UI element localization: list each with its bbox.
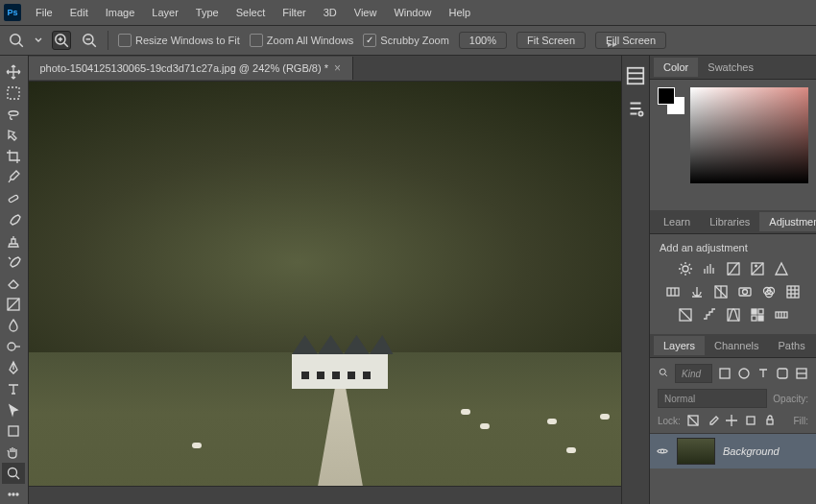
gradient-map-icon[interactable] bbox=[774, 307, 789, 323]
menu-window[interactable]: Window bbox=[385, 3, 440, 22]
crop-tool-icon[interactable] bbox=[2, 146, 25, 167]
menu-file[interactable]: File bbox=[27, 3, 61, 22]
exposure-icon[interactable] bbox=[750, 261, 765, 276]
levels-icon[interactable] bbox=[702, 261, 717, 276]
more-tools-icon[interactable] bbox=[2, 484, 25, 504]
lock-transparent-icon[interactable] bbox=[686, 414, 700, 427]
pen-tool-icon[interactable] bbox=[2, 357, 25, 378]
filter-pixel-icon[interactable] bbox=[718, 367, 732, 380]
dodge-tool-icon[interactable] bbox=[2, 336, 25, 357]
color-spectrum[interactable] bbox=[690, 87, 808, 183]
menu-type[interactable]: Type bbox=[187, 3, 228, 22]
filter-shape-icon[interactable] bbox=[776, 367, 789, 380]
lock-all-icon[interactable] bbox=[763, 414, 777, 427]
color-balance-icon[interactable] bbox=[689, 284, 705, 300]
menu-edit[interactable]: Edit bbox=[61, 3, 97, 22]
invert-icon[interactable] bbox=[678, 307, 693, 323]
svg-rect-37 bbox=[787, 286, 799, 298]
zoom-tool-icon[interactable] bbox=[2, 463, 25, 484]
selective-color-icon[interactable] bbox=[750, 307, 765, 323]
layer-filter-kind[interactable]: Kind bbox=[675, 364, 712, 383]
rectangle-tool-icon[interactable] bbox=[2, 420, 25, 442]
menu-3d[interactable]: 3D bbox=[315, 3, 346, 22]
zoom-100-button[interactable]: 100% bbox=[459, 32, 507, 49]
menu-help[interactable]: Help bbox=[441, 3, 480, 22]
quick-select-tool-icon[interactable] bbox=[2, 125, 25, 146]
menu-image[interactable]: Image bbox=[97, 3, 144, 22]
chevron-down-icon[interactable] bbox=[35, 36, 42, 44]
layers-panel: Kind Normal Opacity: Lock: bbox=[650, 358, 816, 468]
visibility-icon[interactable] bbox=[656, 444, 669, 458]
properties-panel-icon[interactable] bbox=[625, 98, 646, 119]
channel-mixer-icon[interactable] bbox=[761, 284, 777, 300]
tab-swatches[interactable]: Swatches bbox=[698, 58, 763, 77]
tab-learn[interactable]: Learn bbox=[654, 212, 700, 231]
filter-type-icon[interactable] bbox=[756, 367, 770, 380]
gradient-tool-icon[interactable] bbox=[2, 294, 25, 315]
path-select-tool-icon[interactable] bbox=[2, 399, 25, 420]
threshold-icon[interactable] bbox=[726, 307, 741, 323]
history-panel-icon[interactable] bbox=[625, 65, 646, 86]
tab-color[interactable]: Color bbox=[654, 58, 698, 77]
menu-filter[interactable]: Filter bbox=[274, 3, 314, 22]
eyedropper-tool-icon[interactable] bbox=[2, 167, 25, 188]
lasso-tool-icon[interactable] bbox=[2, 104, 25, 125]
foreground-color-icon[interactable] bbox=[658, 87, 675, 105]
blend-mode-select[interactable]: Normal bbox=[658, 389, 767, 408]
filter-smart-icon[interactable] bbox=[795, 367, 808, 380]
scrubby-zoom-checkbox[interactable]: Scrubby Zoom bbox=[363, 34, 449, 47]
zoom-all-checkbox[interactable]: Zoom All Windows bbox=[250, 34, 353, 47]
foreground-background-swatch[interactable] bbox=[658, 87, 684, 114]
document-area: ▸▸ photo-1504125130065-19cd3d71c27a.jpg … bbox=[29, 56, 621, 504]
search-kind-icon[interactable] bbox=[658, 367, 669, 380]
lock-artboard-icon[interactable] bbox=[744, 414, 757, 427]
canvas[interactable] bbox=[29, 82, 621, 486]
tab-channels[interactable]: Channels bbox=[705, 336, 768, 355]
brightness-icon[interactable] bbox=[678, 261, 693, 276]
filter-adjust-icon[interactable] bbox=[737, 367, 751, 380]
hue-icon[interactable] bbox=[665, 284, 681, 300]
bw-icon[interactable] bbox=[713, 284, 729, 300]
fit-screen-button[interactable]: Fit Screen bbox=[516, 32, 586, 49]
tab-paths[interactable]: Paths bbox=[769, 336, 815, 355]
document-tab[interactable]: photo-1504125130065-19cd3d71c27a.jpg @ 2… bbox=[29, 57, 353, 80]
history-brush-tool-icon[interactable] bbox=[2, 252, 25, 273]
photo-content bbox=[29, 82, 621, 486]
resize-windows-checkbox[interactable]: Resize Windows to Fit bbox=[118, 34, 240, 47]
blur-tool-icon[interactable] bbox=[2, 315, 25, 336]
clone-stamp-tool-icon[interactable] bbox=[2, 230, 25, 252]
lock-position-icon[interactable] bbox=[725, 414, 738, 427]
layer-thumbnail[interactable] bbox=[677, 438, 715, 465]
marquee-tool-icon[interactable] bbox=[2, 83, 25, 104]
close-icon[interactable]: × bbox=[334, 61, 341, 75]
photo-filter-icon[interactable] bbox=[737, 284, 753, 300]
color-lookup-icon[interactable] bbox=[785, 284, 801, 300]
zoom-in-icon[interactable] bbox=[52, 31, 71, 50]
type-tool-icon[interactable] bbox=[2, 378, 25, 399]
svg-point-20 bbox=[16, 493, 18, 495]
zoom-out-icon[interactable] bbox=[81, 32, 98, 49]
tab-adjustments[interactable]: Adjustments bbox=[759, 212, 816, 231]
eraser-tool-icon[interactable] bbox=[2, 273, 25, 294]
status-bar bbox=[29, 486, 621, 504]
layer-row-background[interactable]: Background bbox=[650, 434, 816, 468]
move-tool-icon[interactable] bbox=[2, 61, 25, 83]
curves-icon[interactable] bbox=[726, 261, 741, 276]
fill-screen-button[interactable]: Fill Screen bbox=[595, 32, 666, 49]
lock-paint-icon[interactable] bbox=[706, 414, 719, 427]
options-bar: Resize Windows to Fit Zoom All Windows S… bbox=[0, 26, 816, 56]
collapse-panels-icon[interactable]: ▸▸ bbox=[608, 38, 617, 49]
scrubby-zoom-label: Scrubby Zoom bbox=[380, 35, 449, 46]
hand-tool-icon[interactable] bbox=[2, 442, 25, 463]
brush-tool-icon[interactable] bbox=[2, 209, 25, 230]
vibrance-icon[interactable] bbox=[774, 261, 789, 276]
menu-view[interactable]: View bbox=[346, 3, 386, 22]
tab-libraries[interactable]: Libraries bbox=[700, 212, 759, 231]
posterize-icon[interactable] bbox=[702, 307, 717, 323]
tab-layers[interactable]: Layers bbox=[654, 336, 705, 355]
tool-preset-icon[interactable] bbox=[8, 32, 25, 49]
menu-layer[interactable]: Layer bbox=[143, 3, 187, 22]
svg-point-0 bbox=[11, 35, 20, 44]
menu-select[interactable]: Select bbox=[228, 3, 275, 22]
healing-tool-icon[interactable] bbox=[2, 188, 25, 209]
